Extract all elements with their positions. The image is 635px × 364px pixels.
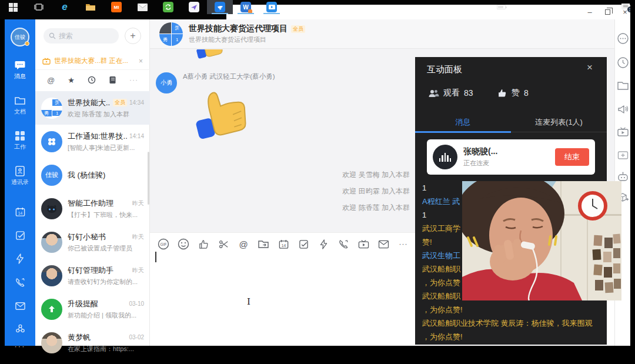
- watch-stat: 观看83: [428, 88, 473, 98]
- banner-close-icon[interactable]: ×: [139, 57, 143, 65]
- like-button[interactable]: [197, 238, 210, 251]
- call-button[interactable]: [337, 238, 350, 251]
- sidebar-item-work[interactable]: 工作: [5, 130, 35, 151]
- more-circle-button[interactable]: [617, 32, 629, 45]
- all-members-badge: 全员: [291, 25, 305, 33]
- user-avatar[interactable]: 佳骏: [11, 28, 29, 46]
- task-view-button[interactable]: [26, 0, 52, 14]
- tab-mic-list[interactable]: 连麦列表(1人): [511, 113, 607, 132]
- add-button[interactable]: +: [125, 28, 141, 44]
- chat-name: 升级提醒: [68, 299, 98, 309]
- chat-name: 工作通知:世界技...: [68, 131, 127, 142]
- screenshot-button[interactable]: [217, 238, 230, 251]
- mention-button[interactable]: @: [237, 238, 250, 251]
- end-mic-button[interactable]: 结束: [555, 148, 589, 166]
- group-avatar: 羡勇1: [41, 98, 62, 119]
- chat-name: 智能工作助理: [68, 198, 113, 209]
- strip-live-button[interactable]: [617, 126, 629, 139]
- user-avatar-text: 佳骏: [15, 34, 25, 41]
- notebook-filter-icon[interactable]: [109, 76, 116, 84]
- chat-list-item[interactable]: 工作通知:世界技...14:14 [智能人事]朱迪已更新...: [35, 125, 150, 158]
- rail-mail-button[interactable]: [5, 300, 35, 312]
- bird-app[interactable]: [181, 0, 207, 14]
- up-arrow-icon: [48, 305, 56, 313]
- chat-preview: 请查收钉钉为你定制的...: [68, 278, 144, 286]
- rail-tasks-button[interactable]: [5, 230, 35, 241]
- strip-folder-button[interactable]: [617, 81, 629, 93]
- task-button[interactable]: [297, 238, 310, 251]
- chat-list-scrollbar[interactable]: [148, 152, 149, 205]
- mention-filter-icon[interactable]: @: [47, 76, 55, 85]
- chat-time: 14:14: [129, 133, 144, 139]
- filter-more-icon[interactable]: ···: [129, 76, 138, 84]
- window-minimize-button[interactable]: –: [582, 6, 597, 18]
- sync-app[interactable]: [155, 0, 181, 14]
- edge-app[interactable]: e: [52, 0, 78, 14]
- top-letterbox-strip: [226, 0, 635, 5]
- mi-app[interactable]: MI: [103, 0, 129, 14]
- send-file-button[interactable]: [257, 238, 270, 251]
- panel-message: ，为你点赞!: [422, 330, 602, 343]
- chat-preview: 【打卡】下班啦，快来...: [68, 211, 144, 219]
- text-caret: [155, 252, 156, 262]
- secretary-avatar: [41, 232, 62, 253]
- battery-icon[interactable]: [497, 5, 506, 9]
- chat-list-item[interactable]: 羡勇1 世界技能大...全员14:34 欢迎 陈香莲 加入本群: [35, 91, 150, 125]
- sync-icon: [163, 2, 173, 12]
- system-message: 欢迎 田昀霖 加入本群: [269, 186, 410, 196]
- rail-calendar-button[interactable]: 14: [5, 206, 35, 218]
- file-explorer-app[interactable]: [78, 0, 103, 14]
- recent-filter-icon[interactable]: [88, 76, 96, 84]
- sidebar-item-docs[interactable]: 文档: [5, 95, 35, 116]
- chat-list-item[interactable]: 升级提醒03-10 新功能介绍 | 领取我的...: [35, 292, 150, 326]
- chat-time: 03-02: [129, 334, 144, 340]
- chat-list-item[interactable]: 佳骏 我 (杨佳骏): [35, 158, 150, 192]
- mail-app[interactable]: [129, 0, 155, 14]
- toolbar-more-button[interactable]: ···: [397, 238, 410, 251]
- chat-list-item[interactable]: 钉钉管理助手昨天 请查收钉钉为你定制的...: [35, 259, 150, 292]
- announcement-button[interactable]: [617, 103, 629, 116]
- sidebar-item-contacts[interactable]: 通讯录: [5, 165, 35, 186]
- panel-close-icon[interactable]: ×: [587, 62, 593, 74]
- window-restore-button[interactable]: [600, 6, 615, 18]
- calendar-button[interactable]: 14: [277, 238, 290, 251]
- rail-phone-button[interactable]: [5, 277, 35, 288]
- history-button[interactable]: [617, 56, 629, 69]
- app-sidebar-rail: 佳骏 消息 文档 工作 通讯录 14 ···: [5, 19, 35, 346]
- clipped-message: [189, 49, 230, 60]
- mail-button[interactable]: [377, 238, 390, 251]
- dingtalk-app[interactable]: [207, 0, 233, 14]
- health-kit-button[interactable]: [617, 149, 629, 162]
- live-banner[interactable]: 世界技能大赛...群 正在... ×: [35, 52, 150, 70]
- chat-list-item[interactable]: 钉钉小秘书昨天 你已被设置成子管理员: [35, 225, 150, 259]
- ding-button[interactable]: [317, 238, 330, 251]
- webcam-video[interactable]: [462, 181, 621, 300]
- work-notice-avatar: [41, 131, 62, 152]
- emoji-button[interactable]: [177, 238, 190, 251]
- self-avatar: 佳骏: [41, 165, 62, 186]
- sender-avatar[interactable]: 小勇: [156, 72, 177, 93]
- live-button[interactable]: [357, 238, 370, 251]
- star-filter-icon[interactable]: ★: [68, 76, 75, 85]
- task-check-icon: [15, 230, 26, 241]
- admin-helper-avatar: [41, 265, 62, 286]
- task-view-icon: [34, 3, 44, 11]
- video-app[interactable]: [259, 0, 285, 14]
- video-app-icon: [266, 2, 277, 12]
- thumbs-up-emoji[interactable]: [181, 83, 254, 142]
- chat-name: 世界技能大...: [68, 98, 111, 108]
- search-input[interactable]: 搜索: [44, 28, 119, 44]
- rail-ding-button[interactable]: [5, 253, 35, 264]
- rail-more-button[interactable]: ···: [5, 342, 35, 350]
- chat-list-item[interactable]: 智能工作助理昨天 【打卡】下班啦，快来...: [35, 192, 150, 225]
- clover-icon: [46, 136, 57, 147]
- bottom-letterbox: [0, 360, 635, 364]
- viewers-icon: [428, 89, 439, 98]
- chat-list-item[interactable]: 黄梦帆03-02 在家上课指南：https:...: [35, 326, 150, 359]
- start-button[interactable]: [0, 0, 26, 14]
- tab-messages[interactable]: 消息: [415, 113, 511, 132]
- wps-doc-app[interactable]: W: [233, 0, 259, 14]
- rail-cloud-button[interactable]: [5, 323, 35, 334]
- sidebar-item-messages[interactable]: 消息: [5, 59, 35, 81]
- gif-button[interactable]: GIF: [157, 238, 170, 251]
